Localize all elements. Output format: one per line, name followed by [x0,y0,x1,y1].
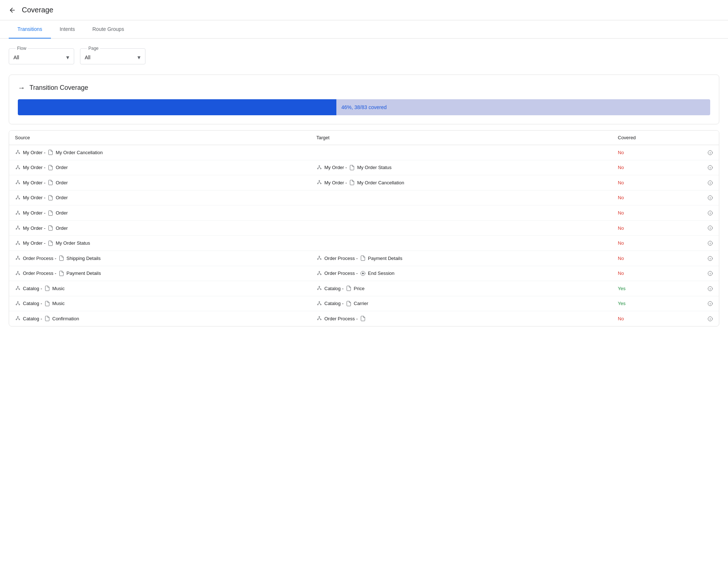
source-cell: My Order - Order [9,220,311,236]
covered-value: No [618,256,624,261]
flow-name: My Order - [23,165,45,170]
svg-line-134 [319,303,321,304]
flow-name: Catalog - [324,286,344,291]
col-target: Target [311,131,612,145]
flow-name: Order Process - [324,316,358,321]
page-filter[interactable]: Page All ▼ [80,46,145,64]
covered-cell: No [612,266,701,281]
covered-value: No [618,240,624,246]
info-cell[interactable] [701,205,719,221]
transition-arrow-icon: → [18,84,25,92]
table-body: My Order - My Order Cancellation No My O… [9,145,719,326]
info-cell[interactable] [701,266,719,281]
cell-content: Catalog - Music [15,285,305,291]
covered-cell: No [612,145,701,160]
table-row: Catalog - Confirmation Order Process - N… [9,311,719,326]
svg-line-5 [16,152,18,153]
flow-name: My Order - [324,165,347,170]
svg-line-44 [16,197,18,199]
svg-line-128 [18,303,19,304]
svg-line-62 [16,228,18,229]
page-filter-arrow-icon: ▼ [136,55,141,60]
page-name: Payment Details [368,256,403,261]
info-cell[interactable] [701,311,719,326]
info-cell[interactable] [701,175,719,191]
cell-content: Catalog - Price [316,285,606,291]
page-name: Order [56,180,68,185]
flow-name: My Order - [23,180,45,185]
table-row: My Order - My Order Cancellation No [9,145,719,160]
progress-bar-container: 46%, 38/83 covered [18,99,710,115]
cell-content: Order Process - Shipping Details [15,255,305,261]
svg-point-39 [710,181,711,182]
target-cell [311,220,612,236]
covered-cell: No [612,311,701,326]
info-cell[interactable] [701,251,719,266]
source-cell: My Order - Order [9,205,311,221]
page-name: Confirmation [52,316,79,321]
flow-name: Catalog - [23,301,42,306]
source-cell: Catalog - Music [9,296,311,311]
svg-line-127 [16,303,18,304]
source-cell: Order Process - Payment Details [9,266,311,281]
svg-line-81 [18,258,19,259]
page-filter-label: Page [87,46,100,51]
flow-name: My Order - [324,180,347,185]
source-cell: My Order - Order [9,175,311,191]
svg-line-20 [318,167,319,168]
info-cell[interactable] [701,145,719,160]
flow-name: My Order - [23,195,45,200]
covered-value: No [618,210,624,216]
flow-filter[interactable]: Flow All ▼ [9,46,74,64]
info-cell[interactable] [701,220,719,236]
svg-line-29 [16,182,18,183]
svg-line-45 [18,197,19,199]
svg-line-101 [318,273,319,274]
covered-value: No [618,225,624,231]
target-cell: Catalog - Price [311,281,612,296]
target-cell [311,145,612,160]
svg-line-143 [18,318,19,319]
cell-content: My Order - Order [15,165,305,171]
cell-content: My Order - My Order Status [316,165,606,171]
tab-route-groups[interactable]: Route Groups [84,20,133,39]
svg-point-9 [710,151,711,152]
page-name: My Order Status [357,165,392,170]
svg-point-66 [710,227,711,227]
info-cell[interactable] [701,160,719,175]
svg-line-95 [16,273,18,274]
col-covered: Covered [612,131,701,145]
svg-line-53 [16,212,18,213]
source-cell: My Order - My Order Cancellation [9,145,311,160]
table-header: Source Target Covered [9,131,719,145]
flow-name: Order Process - [23,271,56,276]
tab-intents[interactable]: Intents [51,20,84,39]
svg-point-137 [710,302,711,303]
info-cell[interactable] [701,281,719,296]
covered-cell: No [612,175,701,191]
flow-name: My Order - [23,225,45,231]
back-button[interactable] [9,7,16,14]
info-cell[interactable] [701,296,719,311]
covered-cell: Yes [612,296,701,311]
filters-section: Flow All ▼ Page All ▼ [0,39,728,72]
info-cell[interactable] [701,190,719,205]
table-row: Catalog - Music Catalog - Price Yes [9,281,719,296]
table-row: My Order - Order My Order - My Order Sta… [9,160,719,175]
target-cell [311,236,612,251]
table-row: My Order - My Order Status No [9,236,719,251]
table-row: My Order - Order My Order - My Order Can… [9,175,719,191]
page-name: Music [52,301,65,306]
flow-name: Order Process - [23,256,56,261]
page-name: Order [56,165,68,170]
flow-filter-arrow-icon: ▼ [65,55,70,60]
page-name: Music [52,286,65,291]
target-cell: Order Process - Payment Details [311,251,612,266]
tab-transitions[interactable]: Transitions [9,20,51,39]
info-cell[interactable] [701,236,719,251]
cell-content: My Order - My Order Status [15,240,305,246]
svg-line-6 [18,152,19,153]
cell-content: My Order - Order [15,210,305,216]
flow-filter-value: All [13,55,19,60]
cell-content: Order Process - Payment Details [15,271,305,276]
